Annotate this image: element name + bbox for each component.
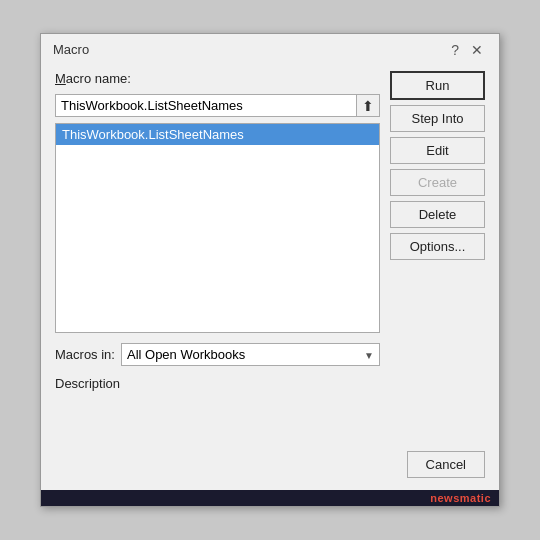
step-into-button[interactable]: Step Into [390, 105, 485, 132]
macros-in-row: Macros in: All Open Workbooks This Workb… [55, 343, 380, 366]
macro-input-row: ⬆ [55, 94, 380, 117]
macro-name-label: Macro name: [55, 71, 380, 86]
close-button[interactable]: ✕ [467, 43, 487, 57]
macros-in-select-wrapper: All Open Workbooks This Workbook ▼ [121, 343, 380, 366]
macro-dialog: Macro ? ✕ Macro name: ⬆ ThisWorkbook.Lis… [40, 33, 500, 507]
title-bar: Macro ? ✕ [41, 34, 499, 61]
bottom-row: Cancel [41, 451, 499, 490]
help-button[interactable]: ? [447, 43, 463, 57]
options-button[interactable]: Options... [390, 233, 485, 260]
right-panel: Run Step Into Edit Create Delete Options… [390, 71, 485, 437]
macro-list[interactable]: ThisWorkbook.ListSheetNames [55, 123, 380, 333]
description-label: Description [55, 376, 380, 391]
macro-upload-button[interactable]: ⬆ [357, 94, 380, 117]
delete-button[interactable]: Delete [390, 201, 485, 228]
edit-button[interactable]: Edit [390, 137, 485, 164]
create-button[interactable]: Create [390, 169, 485, 196]
macro-name-input[interactable] [55, 94, 357, 117]
left-panel: Macro name: ⬆ ThisWorkbook.ListSheetName… [55, 71, 380, 437]
run-button[interactable]: Run [390, 71, 485, 100]
description-text [55, 397, 380, 437]
list-item[interactable]: ThisWorkbook.ListSheetNames [56, 124, 379, 145]
newsmatic-label: newsmatic [430, 492, 491, 504]
dialog-title: Macro [53, 42, 89, 57]
dialog-body: Macro name: ⬆ ThisWorkbook.ListSheetName… [41, 61, 499, 451]
macros-in-select[interactable]: All Open Workbooks This Workbook [121, 343, 380, 366]
newsmatic-bar: newsmatic [41, 490, 499, 506]
macros-in-label: Macros in: [55, 347, 115, 362]
cancel-button[interactable]: Cancel [407, 451, 485, 478]
